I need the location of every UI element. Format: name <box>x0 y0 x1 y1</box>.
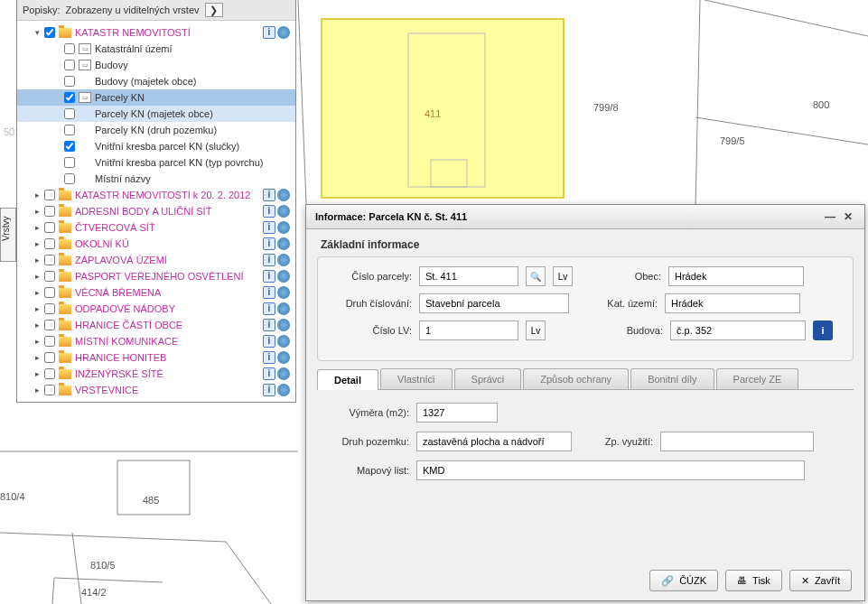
tab-vlastníci[interactable]: Vlastníci <box>380 368 453 389</box>
tree-item[interactable]: Místní názvy <box>17 171 295 187</box>
info-icon[interactable]: i <box>263 286 275 299</box>
expand-icon[interactable]: ▸ <box>35 386 44 395</box>
tree-item[interactable]: Parcely KN (druh pozemku) <box>17 122 295 138</box>
tree-folder[interactable]: ▸INŽENÝRSKÉ SÍTĚi <box>17 366 295 382</box>
close-button[interactable]: ✕ <box>841 210 855 223</box>
minimize-button[interactable]: — <box>823 210 837 223</box>
globe-icon[interactable] <box>277 367 290 380</box>
tab-správci[interactable]: Správci <box>454 368 522 389</box>
expand-icon[interactable]: ▸ <box>35 337 44 346</box>
globe-icon[interactable] <box>277 270 290 283</box>
layer-checkbox[interactable] <box>44 336 55 347</box>
tab-detail[interactable]: Detail <box>317 369 378 390</box>
tree-item[interactable]: Parcely KN (majetek obce) <box>17 106 295 122</box>
tab-bonitní-díly[interactable]: Bonitní díly <box>630 368 714 389</box>
zavrit-button[interactable]: ✕Zavřít <box>789 570 852 591</box>
tree-item[interactable]: Budovy (majetek obce) <box>17 73 295 89</box>
layer-checkbox[interactable] <box>64 60 75 70</box>
layer-checkbox[interactable] <box>64 92 75 103</box>
expand-icon[interactable]: ▸ <box>35 369 44 378</box>
tree-folder[interactable]: ▸HRANICE HONITEBi <box>17 349 295 366</box>
expand-icon[interactable]: ▸ <box>35 321 44 330</box>
vrstvy-tab[interactable]: Vrstvy <box>0 208 16 262</box>
layer-checkbox[interactable] <box>64 108 75 119</box>
layer-checkbox[interactable] <box>64 43 75 54</box>
lv-detail-button[interactable]: Lv <box>526 321 546 340</box>
window-titlebar[interactable]: Informace: Parcela KN č. St. 411 — ✕ <box>306 205 864 229</box>
globe-icon[interactable] <box>277 237 290 250</box>
globe-icon[interactable] <box>277 189 290 201</box>
tab-parcely-ze[interactable]: Parcely ZE <box>716 368 799 389</box>
layer-checkbox[interactable] <box>64 173 75 184</box>
collapse-icon[interactable]: ▾ <box>35 28 44 37</box>
layer-checkbox[interactable] <box>44 368 55 379</box>
layer-checkbox[interactable] <box>44 238 55 249</box>
globe-icon[interactable] <box>277 254 290 266</box>
tree-folder[interactable]: ▸KATASTR NEMOVITOSTÍ k 20. 2. 2012i <box>17 187 295 203</box>
info-icon[interactable]: i <box>263 384 275 396</box>
expand-icon[interactable]: ▸ <box>35 223 44 232</box>
tree-folder[interactable]: ▸ADRESNÍ BODY A ULIČNÍ SÍŤi <box>17 203 295 219</box>
layer-checkbox[interactable] <box>44 190 55 200</box>
tree-folder[interactable]: ▸ZÁPLAVOVÁ ÚZEMÍi <box>17 252 295 268</box>
expand-icon[interactable]: ▸ <box>35 256 44 265</box>
globe-icon[interactable] <box>277 351 290 364</box>
expand-icon[interactable]: ▸ <box>35 288 44 297</box>
globe-icon[interactable] <box>277 221 290 234</box>
tree-item[interactable]: Vnitřní kresba parcel KN (slučky) <box>17 138 295 154</box>
globe-icon[interactable] <box>277 319 290 331</box>
expand-icon[interactable]: ▸ <box>35 239 44 248</box>
info-icon[interactable]: i <box>263 26 275 39</box>
tree-folder[interactable]: ▸OKOLNÍ KÚi <box>17 236 295 252</box>
expand-icon[interactable]: ▸ <box>35 304 44 313</box>
layer-checkbox[interactable] <box>64 125 75 135</box>
layer-checkbox[interactable] <box>44 255 55 265</box>
layer-checkbox[interactable] <box>44 222 55 233</box>
info-icon[interactable]: i <box>263 335 275 348</box>
layer-checkbox[interactable] <box>64 157 75 168</box>
info-icon[interactable]: i <box>263 254 275 266</box>
tree-folder[interactable]: ▸MÍSTNÍ KOMUNIKACEi <box>17 333 295 349</box>
info-icon[interactable]: i <box>263 367 275 380</box>
tree-folder[interactable]: ▸PASPORT VEŘEJNÉHO OSVĚTLENÍi <box>17 268 295 284</box>
tree-folder-root[interactable]: ▾ KATASTR NEMOVITOSTÍ i <box>17 24 295 41</box>
expand-icon[interactable]: ▸ <box>35 353 44 362</box>
locate-button[interactable]: 🔍 <box>526 266 546 286</box>
expand-icon[interactable]: ▸ <box>35 272 44 281</box>
layer-checkbox[interactable] <box>44 385 55 395</box>
expand-icon[interactable]: ▸ <box>35 190 44 200</box>
tree-folder[interactable]: ▸VĚCNÁ BŘEMENAi <box>17 284 295 301</box>
tree-item[interactable]: ▭Parcely KN <box>17 89 295 106</box>
cuzk-button[interactable]: 🔗ČÚZK <box>649 570 718 591</box>
globe-icon[interactable] <box>277 205 290 218</box>
tree-item[interactable]: ▭Budovy <box>17 57 295 73</box>
info-icon[interactable]: i <box>263 302 275 315</box>
info-icon[interactable]: i <box>263 237 275 250</box>
globe-icon[interactable] <box>277 302 290 315</box>
info-icon[interactable]: i <box>263 205 275 218</box>
tree-folder[interactable]: ▸ODPADOVÉ NÁDOBYi <box>17 301 295 317</box>
layer-checkbox[interactable] <box>44 287 55 298</box>
lv-button[interactable]: Lv <box>553 266 573 286</box>
layer-checkbox[interactable] <box>44 320 55 330</box>
info-icon[interactable]: i <box>263 270 275 283</box>
info-icon[interactable]: i <box>263 221 275 234</box>
expand-icon[interactable]: ▸ <box>35 207 44 216</box>
layer-checkbox[interactable] <box>44 206 55 217</box>
layer-checkbox[interactable] <box>44 271 55 282</box>
popisky-expand-button[interactable]: ❯ <box>205 3 223 17</box>
tisk-button[interactable]: 🖶Tisk <box>725 570 782 591</box>
tab-způsob-ochrany[interactable]: Způsob ochrany <box>523 368 629 389</box>
budova-info-button[interactable]: i <box>813 321 833 340</box>
info-icon[interactable]: i <box>263 319 275 331</box>
layer-checkbox[interactable] <box>44 303 55 314</box>
layer-checkbox[interactable] <box>64 76 75 87</box>
globe-icon[interactable] <box>277 335 290 348</box>
layer-checkbox[interactable] <box>44 27 55 38</box>
layer-checkbox[interactable] <box>44 352 55 363</box>
info-icon[interactable]: i <box>263 351 275 364</box>
info-icon[interactable]: i <box>263 189 275 201</box>
globe-icon[interactable] <box>277 384 290 396</box>
tree-item[interactable]: Vnitřní kresba parcel KN (typ povrchu) <box>17 154 295 171</box>
layer-checkbox[interactable] <box>64 141 75 152</box>
